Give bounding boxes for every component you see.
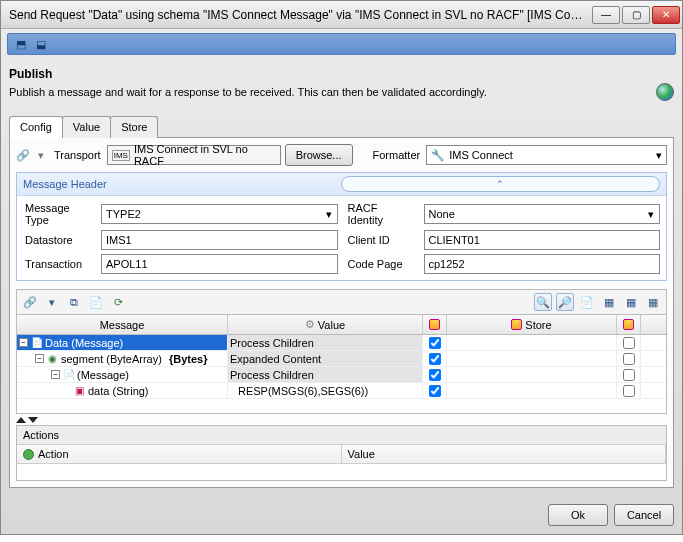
datastore-label: Datastore (23, 234, 93, 246)
message-type-select[interactable]: TYPE2 ▾ (101, 204, 338, 224)
tree-row-store[interactable] (623, 353, 635, 365)
message-header-caption-text: Message Header (23, 178, 341, 190)
db-col2-icon (623, 319, 634, 330)
expander-icon[interactable]: − (19, 338, 28, 347)
actions-title: Actions (17, 426, 666, 445)
section-title: Publish (9, 67, 674, 81)
close-button[interactable]: ✕ (652, 6, 680, 24)
chevron-down-icon: ▾ (645, 208, 657, 221)
clientid-input[interactable] (424, 230, 661, 250)
message-header-caption[interactable]: Message Header ⌃ (17, 173, 666, 196)
list-view-icon[interactable]: 📄 (578, 293, 596, 311)
tree-row-value: Process Children (230, 369, 314, 381)
field-icon: ▣ (73, 384, 86, 397)
datastore-input[interactable] (101, 230, 338, 250)
tree-row-assert[interactable] (429, 353, 441, 365)
codepage-label: Code Page (346, 258, 416, 270)
chain-icon[interactable]: 🔗 (21, 293, 39, 311)
maximize-button[interactable]: ▢ (622, 6, 650, 24)
copy-icon[interactable]: ⧉ (65, 293, 83, 311)
tree-row-value: RESP(MSGS(6),SEGS(6)) (238, 385, 368, 397)
tab-store[interactable]: Store (110, 116, 158, 138)
transport-value: IMS Connect in SVL no RACF (134, 143, 276, 167)
tree-row-name: segment (ByteArray) (61, 353, 162, 365)
actions-col-value[interactable]: Value (348, 448, 375, 460)
zoom-icon[interactable]: 🔍 (534, 293, 552, 311)
db-store-icon (511, 319, 522, 330)
ok-button[interactable]: Ok (548, 504, 608, 526)
tree-row-assert[interactable] (429, 385, 441, 397)
col-value[interactable]: Value (318, 319, 345, 331)
tab-value[interactable]: Value (62, 116, 111, 138)
racf-select[interactable]: None ▾ (424, 204, 661, 224)
formatter-icon: 🔧 (431, 149, 445, 162)
tree-row-name: (Message) (77, 369, 129, 381)
cancel-button[interactable]: Cancel (614, 504, 674, 526)
titlebar[interactable]: Send Request "Data" using schema "IMS Co… (1, 1, 682, 29)
chain-icon[interactable]: 🔗 (16, 148, 30, 162)
tree-row-segment[interactable]: − ◉ segment (ByteArray) {Bytes} Expanded… (17, 351, 666, 367)
col-store[interactable]: Store (525, 319, 551, 331)
globe-icon (656, 83, 674, 101)
refresh-icon[interactable]: ⟳ (109, 293, 127, 311)
tree-row-store[interactable] (623, 337, 635, 349)
tabstrip: Config Value Store (9, 115, 674, 138)
tree-row-store[interactable] (623, 385, 635, 397)
paste-icon[interactable]: 📄 (87, 293, 105, 311)
formatter-value: IMS Connect (449, 149, 652, 161)
window-title: Send Request "Data" using schema "IMS Co… (9, 8, 592, 22)
import-icon[interactable]: ⬒ (14, 37, 28, 51)
tree-row-value: Process Children (230, 337, 314, 349)
codepage-input[interactable] (424, 254, 661, 274)
tree-row-name: data (String) (88, 385, 149, 397)
message-tree-table: Message ⚙Value Store − 📄 Data (Message) … (16, 315, 667, 414)
col-message[interactable]: Message (100, 319, 145, 331)
transport-row: 🔗 ▾ Transport IMS IMS Connect in SVL no … (16, 144, 667, 166)
expander-icon[interactable]: − (35, 354, 44, 363)
export-icon[interactable]: ⬓ (34, 37, 48, 51)
message-type-label: Message Type (23, 202, 93, 226)
chevron-down-icon[interactable]: ▾ (34, 148, 48, 162)
grid3-icon[interactable]: ▦ (644, 293, 662, 311)
config-panel: 🔗 ▾ Transport IMS IMS Connect in SVL no … (9, 138, 674, 488)
chevron-down-icon[interactable]: ▾ (43, 293, 61, 311)
grid2-icon[interactable]: ▦ (622, 293, 640, 311)
minimize-button[interactable]: — (592, 6, 620, 24)
tab-config[interactable]: Config (9, 116, 63, 138)
message-type-value: TYPE2 (104, 208, 323, 220)
chevron-down-icon: ▾ (323, 208, 335, 221)
expander-icon[interactable]: − (51, 370, 60, 379)
db-col-icon (429, 319, 440, 330)
gear-icon: ⚙ (305, 318, 315, 331)
formatter-select[interactable]: 🔧 IMS Connect ▾ (426, 145, 667, 165)
tree-row-data[interactable]: − 📄 Data (Message) Process Children (17, 335, 666, 351)
section-description: Publish a message and wait for a respons… (9, 86, 656, 98)
transport-field: IMS IMS Connect in SVL no RACF (107, 145, 281, 165)
actions-panel: Actions Action Value (16, 425, 667, 481)
tree-row-value: Expanded Content (230, 353, 321, 365)
dialog-buttons: Ok Cancel (1, 496, 682, 534)
tree-row-assert[interactable] (429, 369, 441, 381)
message-header-group: Message Header ⌃ Message Type TYPE2 ▾ RA… (16, 172, 667, 281)
clientid-label: Client ID (346, 234, 416, 246)
ims-icon: IMS (112, 150, 130, 161)
transaction-input[interactable] (101, 254, 338, 274)
dialog-window: Send Request "Data" using schema "IMS Co… (0, 0, 683, 535)
browse-button[interactable]: Browse... (285, 144, 353, 166)
tree-row-message[interactable]: − 📄 (Message) Process Children (17, 367, 666, 383)
tree-row-store[interactable] (623, 369, 635, 381)
triangle-down-icon (28, 417, 38, 423)
transport-label: Transport (52, 149, 103, 161)
formatter-label: Formatter (371, 149, 423, 161)
tree-row-suffix: {Bytes} (169, 353, 208, 365)
resize-handle[interactable] (16, 414, 667, 423)
message-icon: 📄 (30, 336, 43, 349)
tree-row-assert[interactable] (429, 337, 441, 349)
zoom-tree-icon[interactable]: 🔎 (556, 293, 574, 311)
collapse-icon[interactable]: ⌃ (341, 176, 661, 192)
tree-row-name: Data (Message) (45, 337, 123, 349)
grid-icon[interactable]: ▦ (600, 293, 618, 311)
tree-row-datastr[interactable]: ▣ data (String) RESP(MSGS(6),SEGS(6)) (17, 383, 666, 399)
transaction-label: Transaction (23, 258, 93, 270)
actions-col-action[interactable]: Action (38, 448, 69, 460)
